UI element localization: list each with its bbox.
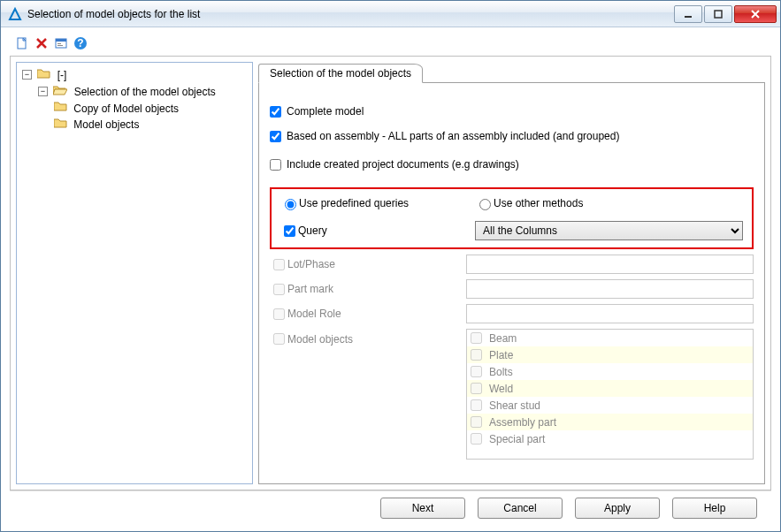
list-item[interactable]: Special part [467, 430, 753, 447]
dialog-window: Selection of model objects for the list … [0, 0, 781, 532]
button-bar: Next Cancel Apply Help [10, 490, 771, 524]
checkbox-complete-model[interactable] [270, 106, 281, 118]
svg-rect-4 [56, 39, 66, 42]
list-item-check [471, 383, 482, 394]
radio-use-other[interactable] [479, 199, 491, 210]
row-part-mark: Part mark [270, 279, 754, 299]
label-use-predefined: Use predefined queries [299, 197, 409, 209]
tree-selection-node[interactable]: − Selection of the model objects [38, 83, 249, 133]
tab-row: Selection of the model objects [258, 62, 765, 83]
list-item-check [471, 349, 482, 361]
row-query-mode: Use predefined queries Use other methods [280, 196, 743, 210]
list-item[interactable]: Shear stud [467, 397, 753, 414]
titlebar: Selection of model objects for the list [1, 1, 780, 27]
toolbar: ? [10, 34, 771, 56]
query-highlight: Use predefined queries Use other methods… [270, 187, 754, 249]
combo-query[interactable]: All the Columns [475, 221, 743, 240]
folder-open-icon [53, 84, 67, 100]
panels: − [-] − Sele [10, 56, 771, 490]
input-model-role [466, 304, 754, 323]
checkbox-lot-phase [273, 259, 285, 270]
svg-rect-0 [685, 16, 692, 18]
input-part-mark [466, 279, 754, 299]
label-part-mark: Part mark [287, 283, 333, 295]
list-item-check [471, 399, 482, 411]
folder-closed-icon [54, 117, 67, 133]
tree-panel: − [-] − Sele [16, 62, 253, 484]
svg-rect-6 [57, 45, 63, 46]
row-model-role: Model Role [270, 304, 754, 323]
checkbox-model-objects [273, 333, 285, 345]
svg-text:?: ? [77, 37, 83, 49]
list-item[interactable]: Weld [467, 380, 753, 397]
help-icon[interactable]: ? [73, 36, 88, 50]
tab-body: Complete model Based on assembly - ALL p… [258, 83, 765, 484]
row-complete-model: Complete model [270, 99, 754, 124]
tree: − [-] − Sele [20, 66, 249, 133]
row-query: Query All the Columns [280, 221, 743, 240]
row-lot-phase: Lot/Phase [270, 255, 754, 274]
checkbox-include-docs[interactable] [270, 159, 281, 171]
list-item-check [471, 416, 482, 428]
label-include-docs: Include created project documents (e.g d… [287, 158, 519, 171]
close-button[interactable] [734, 5, 777, 23]
checkbox-query[interactable] [284, 225, 295, 237]
delete-icon[interactable] [34, 36, 49, 50]
radio-use-predefined[interactable] [285, 199, 296, 210]
tree-copy-model-objects[interactable]: Copy of Model objects [54, 100, 249, 117]
content-panel: Selection of the model objects Complete … [258, 62, 765, 484]
label-complete-model: Complete model [287, 105, 364, 118]
svg-rect-1 [715, 11, 722, 18]
properties-icon[interactable] [54, 36, 68, 50]
list-item-check [471, 433, 482, 445]
label-based-on-assembly: Based on assembly - ALL parts of an asse… [287, 130, 711, 142]
list-item-check [471, 332, 482, 344]
label-use-other: Use other methods [494, 197, 583, 209]
list-item-check [471, 366, 482, 377]
folder-closed-icon [37, 67, 50, 83]
label-model-objects: Model objects [287, 333, 353, 346]
minimize-button[interactable] [674, 5, 702, 23]
maximize-button[interactable] [704, 5, 732, 23]
row-model-objects: Model objects Beam Plate Bolts Weld Shea… [270, 329, 754, 460]
checkbox-based-on-assembly[interactable] [270, 131, 281, 142]
help-button[interactable]: Help [672, 498, 757, 519]
app-icon [8, 7, 22, 21]
checkbox-model-role [273, 308, 285, 320]
svg-rect-5 [57, 43, 61, 44]
label-query: Query [298, 224, 327, 237]
collapse-icon[interactable]: − [22, 70, 32, 80]
window-title: Selection of model objects for the list [27, 8, 200, 20]
client-area: ? − [-] − [1, 27, 780, 531]
row-based-on-assembly: Based on assembly - ALL parts of an asse… [270, 124, 754, 148]
label-model-role: Model Role [287, 308, 341, 320]
tree-root[interactable]: − [-] − Sele [22, 66, 249, 133]
collapse-icon[interactable]: − [38, 87, 48, 96]
input-lot-phase [466, 255, 754, 274]
listbox-model-objects[interactable]: Beam Plate Bolts Weld Shear stud Assembl… [466, 329, 754, 460]
row-include-docs: Include created project documents (e.g d… [270, 152, 754, 177]
folder-closed-icon [54, 100, 67, 116]
list-item[interactable]: Bolts [467, 363, 753, 380]
apply-button[interactable]: Apply [575, 498, 660, 519]
list-item[interactable]: Beam [467, 330, 753, 346]
list-item[interactable]: Assembly part [467, 414, 753, 430]
tree-model-objects[interactable]: Model objects [54, 116, 249, 133]
tab-selection[interactable]: Selection of the model objects [258, 64, 423, 83]
label-lot-phase: Lot/Phase [287, 258, 335, 270]
next-button[interactable]: Next [380, 498, 465, 519]
new-icon[interactable] [15, 36, 29, 50]
list-item[interactable]: Plate [467, 346, 753, 363]
checkbox-part-mark [273, 284, 285, 295]
cancel-button[interactable]: Cancel [478, 498, 563, 519]
